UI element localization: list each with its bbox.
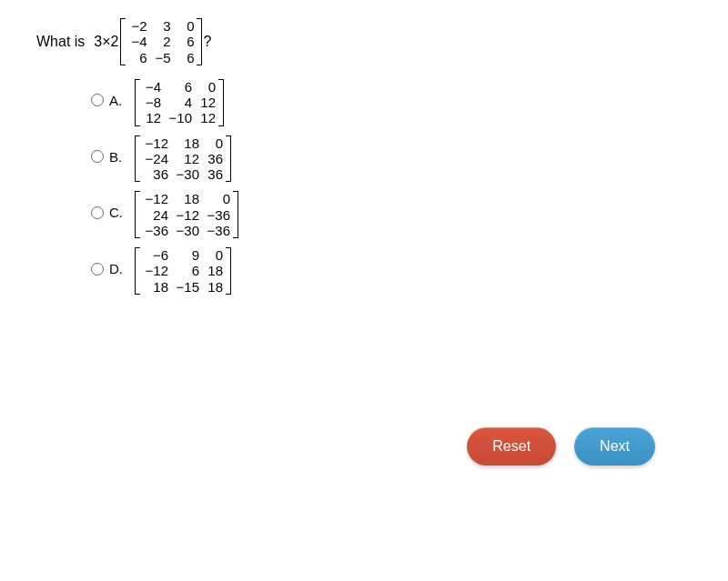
m-cell: 9 [171, 247, 202, 263]
qm-cell: 2 [149, 34, 173, 49]
m-cell: −12 [140, 191, 171, 206]
choice-a[interactable]: A. −4 6 0 −8 4 12 12 −10 [91, 79, 692, 126]
choice-c[interactable]: C. −12 18 0 24 −12 −36 −36 [91, 191, 692, 238]
m-cell: 6 [164, 79, 195, 95]
m-cell: −15 [171, 279, 202, 295]
m-cell: 18 [202, 263, 226, 278]
radio-icon[interactable] [91, 150, 104, 163]
choice-label: D. [109, 261, 126, 276]
m-cell: −8 [140, 95, 164, 110]
m-cell: −12 [140, 135, 171, 151]
next-button[interactable]: Next [574, 427, 655, 466]
m-cell: 18 [171, 191, 202, 206]
qm-cell: 6 [173, 34, 197, 49]
radio-icon[interactable] [91, 94, 104, 106]
answer-choices: A. −4 6 0 −8 4 12 12 −10 [91, 79, 692, 295]
m-cell: −10 [164, 110, 195, 125]
choice-label: C. [109, 205, 126, 220]
choice-label: A. [109, 93, 126, 108]
radio-icon[interactable] [91, 206, 104, 219]
m-cell: 0 [202, 191, 233, 206]
scalar-multiplier: 3×2 [94, 34, 118, 50]
question-suffix: ? [203, 34, 211, 50]
m-cell: 0 [202, 135, 226, 151]
qm-cell: 3 [149, 18, 173, 34]
action-buttons: Reset Next [467, 427, 655, 466]
m-cell: −36 [202, 223, 233, 238]
question-matrix: −2 3 0 −4 2 6 6 −5 6 [120, 18, 202, 65]
m-cell: −12 [140, 263, 171, 278]
choice-d[interactable]: D. −6 9 0 −12 6 18 18 −15 [91, 247, 692, 295]
choice-c-matrix: −12 18 0 24 −12 −36 −36 −30 −36 [135, 191, 238, 238]
m-cell: 36 [140, 166, 171, 182]
question-prefix: What is [36, 34, 85, 50]
m-cell: −30 [171, 166, 202, 182]
m-cell: 36 [202, 151, 226, 166]
reset-button[interactable]: Reset [467, 427, 556, 466]
m-cell: 18 [140, 279, 171, 295]
m-cell: 12 [195, 110, 218, 125]
m-cell: 12 [140, 110, 164, 125]
m-cell: 36 [202, 166, 226, 182]
m-cell: −6 [140, 247, 171, 263]
choice-b-matrix: −12 18 0 −24 12 36 36 −30 36 [135, 135, 231, 183]
m-cell: 0 [195, 79, 218, 95]
m-cell: −36 [140, 223, 171, 238]
m-cell: −36 [202, 207, 233, 223]
question-area: What is 3×2 −2 3 0 −4 2 6 6 −5 6 [36, 18, 692, 295]
qm-cell: −5 [149, 50, 173, 65]
m-cell: 6 [171, 263, 202, 278]
choice-label: B. [109, 149, 126, 165]
m-cell: −30 [171, 223, 202, 238]
m-cell: 0 [202, 247, 226, 263]
qm-cell: 0 [173, 18, 197, 34]
question-line: What is 3×2 −2 3 0 −4 2 6 6 −5 6 [36, 18, 692, 65]
m-cell: 4 [164, 95, 195, 110]
qm-cell: 6 [126, 50, 149, 65]
m-cell: 18 [171, 135, 202, 151]
choice-d-matrix: −6 9 0 −12 6 18 18 −15 18 [135, 247, 231, 295]
m-cell: 12 [195, 95, 218, 110]
choice-b[interactable]: B. −12 18 0 −24 12 36 36 − [91, 135, 692, 183]
qm-cell: 6 [173, 50, 197, 65]
m-cell: −24 [140, 151, 171, 166]
qm-cell: −2 [126, 18, 149, 34]
qm-cell: −4 [126, 34, 149, 49]
choice-a-matrix: −4 6 0 −8 4 12 12 −10 12 [135, 79, 224, 126]
m-cell: −4 [140, 79, 164, 95]
radio-icon[interactable] [91, 263, 104, 275]
m-cell: −12 [171, 207, 202, 223]
m-cell: 12 [171, 151, 202, 166]
m-cell: 18 [202, 279, 226, 295]
m-cell: 24 [140, 207, 171, 223]
